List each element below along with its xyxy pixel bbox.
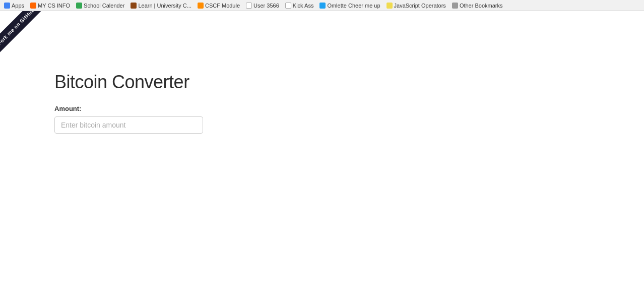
js-icon xyxy=(387,3,393,9)
amount-label: Amount: xyxy=(54,105,644,112)
bookmark-school[interactable]: School Calender xyxy=(76,3,124,9)
apps-icon xyxy=(4,3,10,9)
bookmark-other-label: Other Bookmarks xyxy=(460,3,503,9)
other-icon xyxy=(452,3,458,9)
bookmark-omlette-label: Omlette Cheer me up xyxy=(327,3,380,9)
main-content: Bitcoin Converter Amount: xyxy=(0,11,644,134)
bookmark-apps-label: Apps xyxy=(12,3,24,9)
bookmark-kick-label: Kick Ass xyxy=(293,3,314,9)
bookmark-apps[interactable]: Apps xyxy=(4,3,24,9)
bookmark-user-label: User 3566 xyxy=(253,3,279,9)
bitcoin-amount-input[interactable] xyxy=(54,116,203,134)
page-title: Bitcoin Converter xyxy=(54,72,644,93)
bookmark-mycs-label: MY CS INFO xyxy=(38,3,70,9)
bookmark-other[interactable]: Other Bookmarks xyxy=(452,3,503,9)
bookmark-js-label: JavaScript Operators xyxy=(394,3,446,9)
bookmark-cscf-label: CSCF Module xyxy=(205,3,240,9)
bookmark-school-label: School Calender xyxy=(84,3,124,9)
bookmark-learn-label: Learn | University C... xyxy=(138,3,191,9)
learn-icon xyxy=(131,3,137,9)
bookmark-kick[interactable]: Kick Ass xyxy=(285,3,314,9)
cscf-icon xyxy=(198,3,204,9)
bookmarks-bar: Apps MY CS INFO School Calender Learn | … xyxy=(0,0,644,11)
bookmark-learn[interactable]: Learn | University C... xyxy=(131,3,191,9)
kick-icon xyxy=(285,3,291,9)
user-icon xyxy=(246,3,252,9)
bookmark-mycs[interactable]: MY CS INFO xyxy=(30,3,70,9)
bookmark-user[interactable]: User 3566 xyxy=(246,3,279,9)
fork-ribbon[interactable]: Fork me on GitHub xyxy=(0,11,50,62)
mycs-icon xyxy=(30,3,36,9)
bookmark-cscf[interactable]: CSCF Module xyxy=(198,3,240,9)
school-icon xyxy=(76,3,82,9)
omlette-icon xyxy=(319,3,326,9)
bookmark-js[interactable]: JavaScript Operators xyxy=(387,3,446,9)
fork-ribbon-text: Fork me on GitHub xyxy=(0,11,42,53)
bookmark-omlette[interactable]: Omlette Cheer me up xyxy=(319,3,380,9)
